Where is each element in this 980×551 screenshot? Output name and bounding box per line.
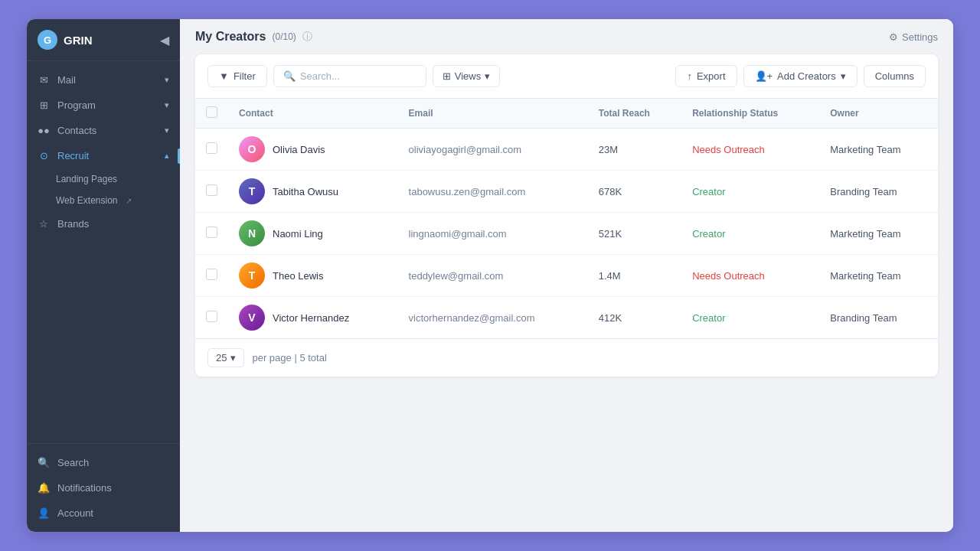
- col-reach: Total Reach: [588, 99, 681, 129]
- toolbar-left: ▼ Filter 🔍 Search... ⊞ Views ▾: [207, 65, 669, 87]
- mail-chevron: ▾: [165, 75, 169, 85]
- avatar: O: [239, 136, 265, 162]
- per-page-chevron: ▾: [230, 352, 236, 364]
- views-chevron: ▾: [485, 70, 490, 82]
- select-all-checkbox[interactable]: [206, 106, 217, 118]
- contact-name: Naomi Ling: [273, 228, 323, 240]
- email-cell: victorhernandez@gmail.com: [398, 297, 588, 339]
- search-box[interactable]: 🔍 Search...: [273, 65, 426, 87]
- avatar: T: [239, 262, 265, 289]
- count-badge: (0/10): [272, 31, 296, 42]
- sidebar-item-recruit-label: Recruit: [57, 150, 89, 161]
- views-button[interactable]: ⊞ Views ▾: [433, 65, 500, 87]
- account-label: Account: [57, 507, 93, 519]
- table-row: O Olivia Davis oliviayogagirl@gmail.com …: [195, 129, 938, 171]
- per-page-value: 25: [216, 352, 227, 364]
- row-checkbox[interactable]: [206, 184, 217, 196]
- row-checkbox[interactable]: [206, 227, 217, 238]
- sidebar-item-landing-pages[interactable]: Landing Pages: [27, 168, 180, 190]
- sidebar-item-brands[interactable]: ☆ Brands: [27, 211, 180, 236]
- row-checkbox[interactable]: [206, 142, 217, 154]
- sidebar-item-program[interactable]: ⊞ Program ▾: [27, 93, 180, 118]
- reach-cell: 1.4M: [588, 255, 681, 297]
- contacts-icon: ●●: [38, 125, 50, 136]
- email-cell: tabowusu.zen@gmail.com: [398, 171, 588, 213]
- filter-button[interactable]: ▼ Filter: [207, 65, 267, 87]
- info-icon[interactable]: ⓘ: [302, 30, 312, 44]
- filter-icon: ▼: [219, 70, 229, 82]
- per-page-select[interactable]: 25 ▾: [207, 348, 244, 367]
- export-icon: ↑: [687, 70, 692, 82]
- sidebar-item-search[interactable]: 🔍 Search: [27, 450, 180, 475]
- row-checkbox[interactable]: [206, 311, 217, 322]
- settings-icon: ⚙: [889, 31, 898, 43]
- sidebar-item-notifications[interactable]: 🔔 Notifications: [27, 475, 180, 500]
- sidebar-item-contacts-label: Contacts: [57, 125, 96, 136]
- row-checkbox-cell: [195, 255, 228, 297]
- export-button[interactable]: ↑ Export: [675, 65, 737, 87]
- owner-cell: Branding Team: [819, 171, 938, 213]
- owner-cell: Marketing Team: [819, 255, 938, 297]
- contact-cell: O Olivia Davis: [228, 129, 398, 171]
- contact-cell: T Tabitha Owusu: [228, 171, 398, 213]
- sidebar-header: G GRIN ◀: [27, 19, 180, 61]
- views-label: Views: [455, 70, 481, 82]
- sidebar-item-contacts[interactable]: ●● Contacts ▾: [27, 118, 180, 143]
- sidebar-item-web-extension[interactable]: Web Extension ↗: [27, 190, 180, 211]
- toolbar-right: ↑ Export 👤+ Add Creators ▾ Columns: [675, 65, 926, 87]
- col-contact: Contact: [228, 99, 398, 129]
- owner-cell: Branding Team: [819, 297, 938, 339]
- notifications-icon: 🔔: [38, 482, 50, 494]
- contact-name: Tabitha Owusu: [273, 186, 338, 197]
- contact-cell: T Theo Lewis: [228, 255, 398, 297]
- filter-label: Filter: [234, 70, 256, 82]
- program-chevron: ▾: [165, 100, 169, 110]
- avatar: T: [239, 178, 265, 204]
- row-checkbox-cell: [195, 213, 228, 255]
- sidebar-item-account[interactable]: 👤 Account: [27, 500, 180, 526]
- table-row: N Naomi Ling lingnaomi@gmail.com 521K Cr…: [195, 213, 938, 255]
- table-header: Contact Email Total Reach Relationship S…: [195, 99, 938, 129]
- creators-table-container: ▼ Filter 🔍 Search... ⊞ Views ▾: [195, 54, 938, 377]
- views-icon: ⊞: [443, 70, 451, 82]
- creators-table: Contact Email Total Reach Relationship S…: [195, 99, 938, 338]
- account-icon: 👤: [38, 507, 50, 519]
- add-creators-chevron: ▾: [841, 70, 846, 82]
- col-email: Email: [398, 99, 588, 129]
- table-row: T Tabitha Owusu tabowusu.zen@gmail.com 6…: [195, 171, 938, 213]
- sidebar-nav: ✉ Mail ▾ ⊞ Program ▾ ●● Contacts ▾ ⊙ Rec…: [27, 61, 180, 443]
- status-cell: Needs Outreach: [681, 255, 819, 297]
- export-label: Export: [697, 70, 726, 82]
- contacts-chevron: ▾: [165, 126, 169, 135]
- status-cell: Creator: [681, 213, 819, 255]
- contact-name: Theo Lewis: [273, 270, 323, 282]
- columns-button[interactable]: Columns: [864, 65, 926, 87]
- main-header: My Creators (0/10) ⓘ ⚙ Settings: [180, 19, 953, 54]
- page-title: My Creators: [195, 30, 266, 44]
- status-cell: Creator: [681, 171, 819, 213]
- brands-icon: ☆: [38, 218, 50, 230]
- page-title-area: My Creators (0/10) ⓘ: [195, 30, 312, 44]
- row-checkbox[interactable]: [206, 269, 217, 280]
- status-cell: Needs Outreach: [681, 129, 819, 171]
- recruit-icon: ⊙: [38, 150, 50, 161]
- pagination-info: per page | 5 total: [252, 352, 326, 364]
- avatar: V: [239, 305, 265, 331]
- table-row: T Theo Lewis teddylew@gmail.com 1.4M Nee…: [195, 255, 938, 297]
- settings-button[interactable]: ⚙ Settings: [889, 31, 938, 43]
- app-name: GRIN: [64, 34, 93, 47]
- logo-icon: G: [38, 30, 57, 50]
- sidebar-item-brands-label: Brands: [57, 218, 89, 230]
- sidebar-item-recruit[interactable]: ⊙ Recruit ▴: [27, 143, 180, 168]
- sidebar-collapse-button[interactable]: ◀: [160, 33, 169, 47]
- pagination: 25 ▾ per page | 5 total: [195, 338, 938, 377]
- col-owner: Owner: [819, 99, 938, 129]
- table-body: O Olivia Davis oliviayogagirl@gmail.com …: [195, 129, 938, 339]
- status-cell: Creator: [681, 297, 819, 339]
- sidebar-item-mail[interactable]: ✉ Mail ▾: [27, 67, 180, 93]
- sidebar-item-mail-label: Mail: [57, 74, 76, 86]
- table-row: V Victor Hernandez victorhernandez@gmail…: [195, 297, 938, 339]
- add-creators-button[interactable]: 👤+ Add Creators ▾: [743, 65, 858, 87]
- col-status: Relationship Status: [681, 99, 819, 129]
- search-icon: 🔍: [38, 457, 50, 468]
